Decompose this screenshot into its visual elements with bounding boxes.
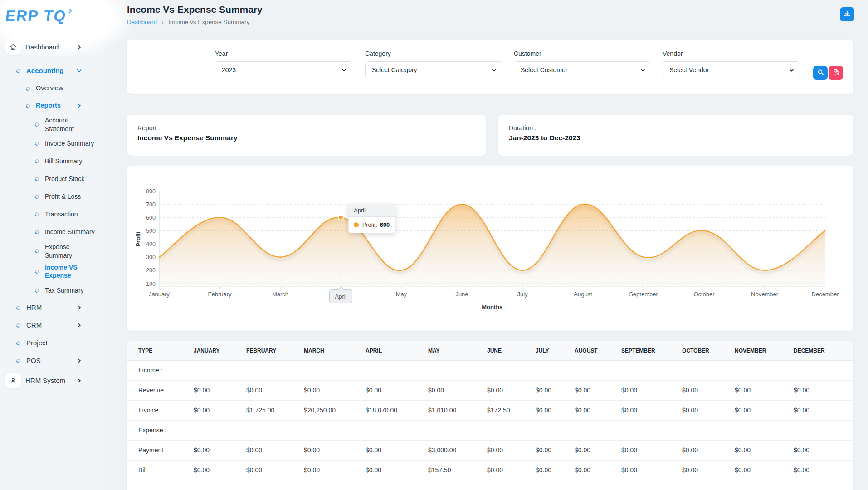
x-axis-label[interactable]: September: [629, 291, 658, 298]
profit-chart-card: 100200300400500600700800JanuaryFebruaryM…: [127, 166, 853, 331]
bullet-ring-icon: [34, 269, 40, 274]
download-icon: [844, 10, 851, 19]
breadcrumb-dashboard-link[interactable]: Dashboard: [127, 19, 157, 25]
income-expense-table-card: TYPEJANUARYFEBRUARYMARCHAPRILMAYJUNEJULY…: [127, 341, 853, 490]
row-type: Payment: [127, 440, 194, 460]
sidebar-item-label: Invoice Summary: [45, 139, 94, 148]
logo-text: ERP TQ: [4, 7, 67, 24]
sidebar-item-account-statement[interactable]: Account Statement: [0, 116, 104, 133]
download-button[interactable]: [840, 7, 854, 21]
sidebar-item-label: HRM System: [25, 376, 65, 385]
x-axis-title: Months: [482, 304, 502, 310]
bullet-ring-icon: [34, 288, 40, 294]
x-axis-label[interactable]: January: [149, 291, 170, 298]
income-expense-table: TYPEJANUARYFEBRUARYMARCHAPRILMAYJUNEJULY…: [127, 341, 853, 480]
category-select[interactable]: Select Category: [365, 61, 502, 78]
table-cell: $157.50: [428, 460, 487, 480]
bullet-ring-icon: [15, 358, 21, 364]
sidebar-item-transaction[interactable]: Transaction: [0, 207, 104, 222]
x-axis-label[interactable]: December: [812, 291, 839, 298]
table-cell: $0.00: [682, 440, 735, 460]
sidebar-nav: DashboardAccountingOverviewReportsAccoun…: [0, 38, 104, 397]
x-axis-label[interactable]: March: [272, 291, 288, 298]
area-fill: [159, 204, 825, 287]
sidebar-item-tax-summary[interactable]: Tax Summary: [0, 283, 104, 298]
bullet-ring-icon: [34, 176, 40, 182]
table-cell: $0.00: [194, 460, 246, 480]
sidebar-item-label: Tax Summary: [45, 286, 84, 295]
x-axis-label[interactable]: November: [751, 291, 779, 298]
table-cell: $0.00: [304, 440, 366, 460]
bullet-ring-icon: [15, 340, 21, 346]
table-cell: $3,000.00: [428, 440, 487, 460]
sidebar-item-project[interactable]: Project: [0, 336, 104, 350]
report-label: Report :: [137, 124, 475, 132]
table-cell: $0.00: [487, 440, 536, 460]
sidebar-item-hrm[interactable]: HRM: [0, 301, 104, 314]
table-cell: $0.00: [536, 440, 575, 460]
sidebar-item-product-stock[interactable]: Product Stock: [0, 172, 104, 186]
table-cell: $0.00: [536, 460, 575, 480]
chevron-right-icon: [77, 378, 81, 383]
column-header-january: JANUARY: [194, 341, 246, 360]
table-cell: $0.00: [682, 460, 735, 480]
chevron-right-icon: [77, 103, 81, 108]
table-cell: $0.00: [366, 440, 428, 460]
y-axis-tick-label: 600: [146, 215, 156, 221]
sidebar-item-reports[interactable]: Reports: [0, 99, 104, 113]
y-axis-tick-label: 300: [146, 254, 156, 260]
breadcrumb-current: Income vs Expense Summary: [168, 19, 249, 25]
bullet-ring-icon: [34, 122, 40, 128]
table-cell: $0.00: [794, 380, 853, 400]
year-select[interactable]: 2023: [215, 61, 352, 78]
duration-label: Duration :: [509, 124, 843, 132]
vendor-select[interactable]: Select Vendor: [663, 61, 800, 78]
reset-filter-button[interactable]: [829, 66, 843, 80]
sidebar-item-overview[interactable]: Overview: [0, 82, 104, 95]
selected-month-label[interactable]: April: [335, 293, 346, 300]
bullet-ring-icon: [15, 305, 21, 311]
x-axis-label[interactable]: October: [693, 291, 715, 298]
sidebar-item-crm[interactable]: CRM: [0, 318, 104, 332]
x-axis-label[interactable]: June: [455, 291, 468, 298]
bullet-ring-icon: [34, 194, 40, 200]
chevron-right-icon: [77, 323, 81, 328]
table-cell: $18,070.00: [366, 400, 428, 420]
registered-mark: ®: [68, 8, 72, 14]
column-header-april: APRIL: [366, 341, 428, 360]
bullet-ring-icon: [34, 141, 40, 147]
sidebar-item-hrm-system[interactable]: HRM System: [0, 372, 104, 390]
table-row-revenue: Revenue$0.00$0.00$0.00$0.00$0.00$0.00$0.…: [127, 380, 853, 400]
sidebar-item-bill-summary[interactable]: Bill Summary: [0, 154, 104, 169]
sidebar-item-expense-summary[interactable]: Expense Summary: [0, 243, 104, 260]
sidebar-item-income-summary[interactable]: Income Summary: [0, 225, 104, 240]
sidebar-item-profit-loss[interactable]: Profit & Loss: [0, 190, 104, 204]
app-logo[interactable]: ERP TQ®: [4, 7, 72, 24]
profit-area-chart[interactable]: 100200300400500600700800JanuaryFebruaryM…: [127, 166, 853, 320]
highlight-point[interactable]: [338, 215, 343, 220]
sidebar-item-label: HRM: [26, 303, 42, 312]
sidebar-item-label: POS: [26, 356, 41, 365]
bullet-ring-icon: [34, 158, 40, 164]
customer-filter: Customer Select Customer: [514, 50, 651, 78]
x-axis-label[interactable]: February: [208, 291, 232, 298]
customer-select[interactable]: Select Customer: [514, 61, 651, 78]
x-axis-label[interactable]: July: [517, 291, 528, 298]
table-cell: $1,010.00: [428, 400, 487, 420]
duration-value: Jan-2023 to Dec-2023: [509, 134, 843, 142]
bullet-ring-icon: [15, 68, 21, 74]
x-axis-label[interactable]: August: [574, 291, 592, 298]
search-button[interactable]: [813, 66, 828, 80]
table-cell: $20,250.00: [304, 400, 366, 420]
sidebar-item-dashboard[interactable]: Dashboard: [0, 38, 104, 56]
sidebar-item-invoice-summary[interactable]: Invoice Summary: [0, 137, 104, 151]
table-cell: $0.00: [621, 460, 682, 480]
sidebar-item-income-vs-expense[interactable]: Income VS Expense: [0, 263, 104, 280]
sidebar-item-label: Account Statement: [45, 116, 95, 133]
row-type: Invoice: [127, 400, 194, 420]
sidebar-item-accounting[interactable]: Accounting: [0, 64, 104, 78]
x-axis-label[interactable]: May: [396, 291, 407, 298]
table-cell: $0.00: [194, 400, 246, 420]
y-axis-tick-label: 100: [146, 281, 156, 287]
sidebar-item-pos[interactable]: POS: [0, 354, 104, 368]
